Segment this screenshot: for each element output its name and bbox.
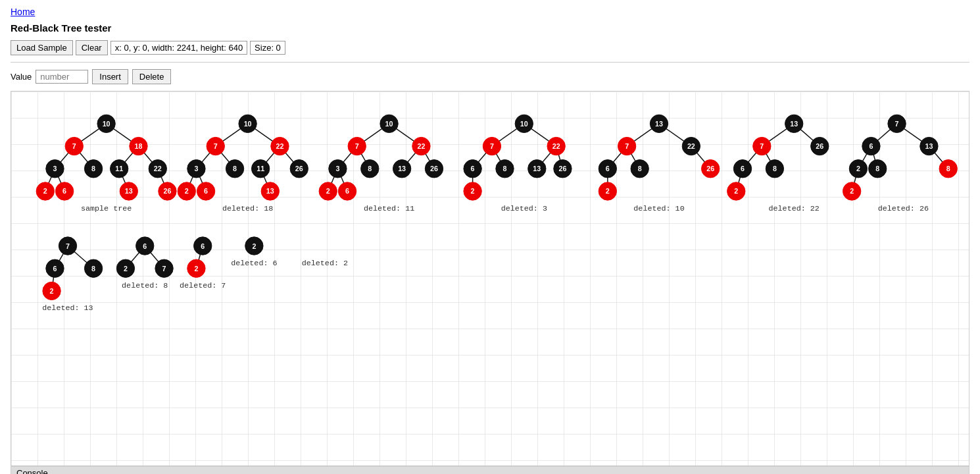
value-label: Value	[11, 72, 32, 82]
svg-text:3: 3	[194, 165, 198, 172]
svg-text:sample tree: sample tree	[81, 204, 132, 213]
svg-text:2: 2	[252, 242, 256, 250]
svg-text:8: 8	[233, 165, 237, 172]
svg-text:11: 11	[115, 165, 123, 172]
svg-text:22: 22	[552, 142, 560, 150]
svg-text:deleted: 22: deleted: 22	[769, 204, 820, 213]
svg-text:22: 22	[154, 165, 162, 172]
svg-text:13: 13	[398, 165, 406, 172]
svg-text:26: 26	[163, 187, 171, 195]
svg-text:deleted: 10: deleted: 10	[633, 204, 684, 213]
canvas-area: 10 7 18 3 8 11 22 2 6 13 26 sample tree	[11, 91, 969, 466]
tree-svg: 10 7 18 3 8 11 22 2 6 13 26 sample tree	[11, 92, 969, 465]
delete-button[interactable]: Delete	[132, 69, 172, 84]
page-title: Red-Black Tree tester	[11, 22, 969, 34]
svg-text:10: 10	[385, 120, 393, 128]
clear-button[interactable]: Clear	[76, 40, 108, 55]
svg-text:2: 2	[850, 187, 854, 195]
toolbar: Load Sample Clear x: 0, y: 0, width: 224…	[11, 40, 969, 55]
svg-text:deleted: 26: deleted: 26	[878, 204, 929, 213]
svg-text:8: 8	[91, 165, 95, 172]
svg-text:deleted: 11: deleted: 11	[364, 204, 414, 213]
svg-text:2: 2	[185, 187, 189, 195]
svg-text:8: 8	[875, 165, 879, 172]
size-info: Size: 0	[250, 41, 285, 55]
svg-text:8: 8	[638, 165, 642, 172]
svg-text:7: 7	[66, 242, 70, 250]
svg-text:26: 26	[706, 165, 714, 172]
svg-text:22: 22	[276, 142, 283, 150]
svg-text:26: 26	[816, 142, 823, 150]
svg-text:6: 6	[53, 265, 57, 273]
svg-text:2: 2	[606, 187, 610, 195]
svg-text:13: 13	[533, 165, 541, 172]
svg-text:7: 7	[625, 142, 629, 150]
console-label: Console	[11, 466, 969, 474]
svg-text:deleted: 13: deleted: 13	[42, 303, 93, 313]
svg-text:6: 6	[143, 242, 147, 250]
svg-text:10: 10	[103, 120, 110, 128]
svg-text:7: 7	[895, 120, 899, 128]
svg-text:7: 7	[490, 142, 494, 150]
svg-text:13: 13	[266, 187, 274, 195]
console-section: Console could not insert: 7	[11, 466, 969, 474]
insert-button[interactable]: Insert	[92, 69, 128, 84]
svg-text:2: 2	[471, 187, 475, 195]
value-input[interactable]	[36, 70, 88, 84]
svg-text:deleted: 6: deleted: 6	[231, 259, 277, 268]
svg-text:6: 6	[345, 187, 349, 195]
svg-text:2: 2	[43, 187, 47, 195]
svg-text:6: 6	[204, 187, 208, 195]
svg-text:13: 13	[790, 120, 798, 128]
svg-text:3: 3	[335, 165, 339, 172]
svg-text:22: 22	[687, 142, 695, 150]
svg-text:8: 8	[946, 165, 950, 172]
svg-text:6: 6	[62, 187, 66, 195]
svg-text:7: 7	[355, 142, 359, 150]
svg-text:8: 8	[368, 165, 372, 172]
svg-text:13: 13	[925, 142, 933, 150]
svg-text:22: 22	[417, 142, 425, 150]
svg-text:8: 8	[91, 265, 95, 273]
svg-text:8: 8	[502, 165, 506, 172]
svg-text:13: 13	[125, 187, 133, 195]
svg-text:6: 6	[869, 142, 873, 150]
svg-text:2: 2	[124, 265, 128, 273]
svg-text:7: 7	[214, 142, 218, 150]
svg-text:7: 7	[72, 142, 76, 150]
svg-text:2: 2	[326, 187, 330, 195]
svg-text:6: 6	[201, 242, 205, 250]
svg-text:10: 10	[244, 120, 252, 128]
svg-text:2: 2	[734, 187, 738, 195]
svg-text:8: 8	[773, 165, 777, 172]
svg-text:6: 6	[741, 165, 745, 172]
svg-text:2: 2	[194, 265, 198, 273]
svg-text:7: 7	[760, 142, 764, 150]
load-sample-button[interactable]: Load Sample	[11, 40, 73, 55]
svg-text:7: 7	[162, 265, 166, 273]
svg-text:2: 2	[50, 287, 54, 295]
svg-text:6: 6	[471, 165, 475, 172]
home-link[interactable]: Home	[11, 7, 35, 17]
svg-text:18: 18	[135, 142, 143, 150]
svg-text:26: 26	[558, 165, 566, 172]
value-row: Value Insert Delete	[11, 69, 969, 84]
svg-text:13: 13	[655, 120, 663, 128]
svg-text:deleted: 2: deleted: 2	[302, 259, 348, 268]
svg-text:2: 2	[856, 165, 860, 172]
svg-text:deleted: 8: deleted: 8	[122, 281, 168, 290]
svg-text:10: 10	[520, 120, 528, 128]
svg-text:deleted: 7: deleted: 7	[180, 281, 226, 290]
svg-text:3: 3	[53, 165, 57, 172]
svg-text:deleted: 3: deleted: 3	[501, 204, 547, 213]
svg-text:26: 26	[295, 165, 303, 172]
svg-text:26: 26	[430, 165, 438, 172]
svg-text:deleted: 18: deleted: 18	[222, 204, 273, 213]
canvas-info: x: 0, y: 0, width: 2241, height: 640	[110, 41, 247, 55]
svg-text:6: 6	[606, 165, 610, 172]
svg-text:11: 11	[257, 165, 264, 172]
